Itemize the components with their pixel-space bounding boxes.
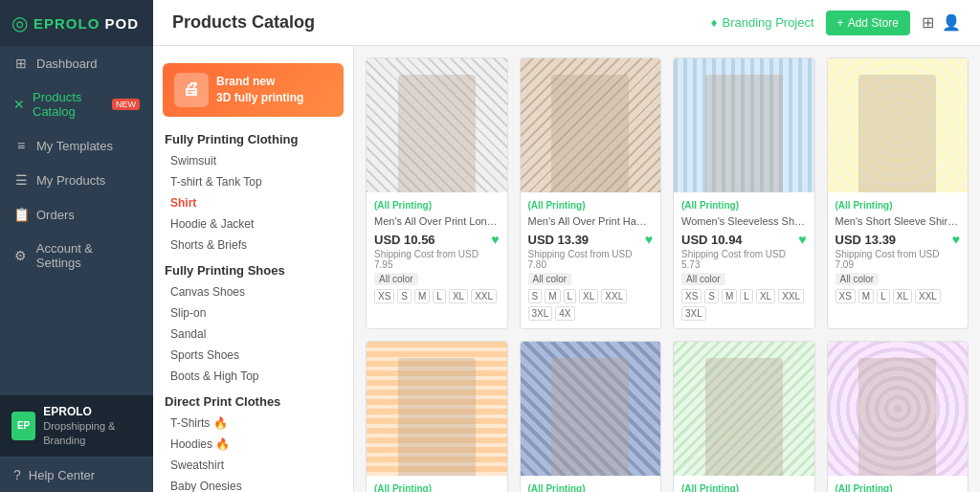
tag-all-printing: (All Printing) (681, 483, 739, 492)
product-info: (All Printing) Men's Short Sleeve Shirt … (828, 192, 969, 311)
sidebar-item-account-settings[interactable]: ⚙ Account & Settings (0, 232, 153, 280)
product-price-row: USD 13.39 ♥ (835, 232, 961, 247)
products-panel: (All Printing) Men's All Over Print Long… (354, 46, 980, 492)
size-options: XSSMLXLXXL (374, 289, 500, 303)
size-option: XXL (915, 289, 941, 303)
size-option: 3XL (681, 306, 706, 321)
product-card[interactable]: (All Printing) Men's All Over Print Shir… (520, 341, 662, 492)
category-item-hoodies[interactable]: Hoodies 🔥 (153, 434, 353, 455)
sidebar-item-products-catalog[interactable]: ✕ Products Catalog NEW (0, 80, 153, 128)
category-section-direct-print: Direct Print Clothes (153, 387, 353, 413)
category-item-tshirt-tank-top[interactable]: T-shirt & Tank Top (153, 171, 353, 192)
page-title: Products Catalog (172, 12, 700, 33)
header-icons: ⊞ 👤 (922, 13, 961, 32)
sidebar: ◎ EPROLO POD ⊞ Dashboard ✕ Products Cata… (0, 0, 153, 492)
product-tags: (All Printing) (528, 200, 654, 211)
product-image (828, 342, 969, 476)
banner-text: Brand new3D fully printing (216, 74, 303, 106)
product-card[interactable]: (All Printing) Women's All Over Print Ba… (827, 341, 969, 492)
category-item-shirt[interactable]: Shirt (153, 192, 353, 213)
sidebar-item-my-products[interactable]: ☰ My Products (0, 163, 153, 197)
main-area: Products Catalog ♦ Branding Project + Ad… (153, 0, 980, 492)
category-item-sweatshirt[interactable]: Sweatshirt (153, 455, 353, 476)
products-grid: (All Printing) Men's All Over Print Long… (366, 57, 969, 492)
category-item-tshirts[interactable]: T-Shirts 🔥 (153, 413, 353, 434)
shipping-cost: Shipping Cost from USD 7.09 (835, 249, 961, 270)
product-tags: (All Printing) (835, 200, 961, 211)
product-image (367, 342, 507, 476)
category-panel: 🖨 Brand new3D fully printing Fully Print… (153, 46, 354, 492)
product-tags: (All Printing) (528, 483, 654, 492)
size-option: XXL (471, 289, 497, 303)
sidebar-item-label: Orders (36, 208, 75, 222)
product-price: USD 13.39 (835, 233, 897, 247)
product-card[interactable]: (All Printing) Men's All Over Print Hawa… (673, 341, 815, 492)
category-item-boots-high-top[interactable]: Boots & High Top (153, 366, 353, 387)
user-icon[interactable]: 👤 (942, 13, 961, 32)
category-item-shorts-briefs[interactable]: Shorts & Briefs (153, 235, 353, 256)
product-price: USD 10.56 (374, 233, 435, 247)
settings-icon: ⚙ (13, 248, 29, 263)
product-image (521, 342, 661, 476)
product-price-row: USD 13.39 ♥ (528, 232, 654, 247)
product-card[interactable]: (All Printing) All Over Print Hawaiian S… (366, 341, 508, 492)
tag-all-printing: (All Printing) (681, 200, 739, 211)
size-option: XXL (601, 289, 627, 303)
category-item-baby-onesies[interactable]: Baby Onesies (153, 476, 353, 492)
size-option: XL (579, 289, 598, 303)
wishlist-icon[interactable]: ♥ (798, 232, 806, 247)
product-image (674, 58, 814, 192)
category-item-swimsuit[interactable]: Swimsuit (153, 150, 353, 171)
size-option: 4X (555, 306, 574, 321)
product-name: Women's Sleeveless Shirt (T69) (681, 214, 807, 228)
category-item-slip-on[interactable]: Slip-on (153, 302, 353, 324)
wishlist-icon[interactable]: ♥ (645, 232, 653, 247)
sidebar-bottom: EP EPROLO Dropshipping & Branding (0, 395, 153, 457)
branding-project[interactable]: ♦ Branding Project (711, 15, 814, 30)
wishlist-icon[interactable]: ♥ (491, 232, 499, 247)
templates-icon: ≡ (13, 138, 29, 153)
size-option: 3XL (528, 306, 553, 321)
product-card[interactable]: (All Printing) Men's All Over Print Hawa… (520, 57, 662, 329)
size-option: XS (681, 289, 702, 303)
wishlist-icon[interactable]: ♥ (952, 232, 960, 247)
sidebar-logo: ◎ EPROLO POD (0, 0, 153, 46)
logo-icon: ◎ (11, 11, 28, 34)
product-tags: (All Printing) (681, 483, 807, 492)
banner-icon: 🖨 (174, 73, 209, 107)
sidebar-item-help[interactable]: ? Help Center (0, 457, 153, 492)
size-option: S (397, 289, 412, 303)
sidebar-item-label: My Products (36, 173, 105, 188)
my-products-icon: ☰ (13, 172, 29, 188)
product-card[interactable]: (All Printing) Women's Sleeveless Shirt … (673, 57, 815, 329)
sidebar-item-my-templates[interactable]: ≡ My Templates (0, 128, 153, 163)
product-image (674, 342, 814, 476)
size-option: XL (893, 289, 912, 303)
size-options: SMLXLXXL3XL4X (528, 289, 654, 321)
category-item-sandal[interactable]: Sandal (153, 324, 353, 345)
category-item-sports-shoes[interactable]: Sports Shoes (153, 345, 353, 366)
size-option: XS (374, 289, 394, 303)
category-item-hoodie-jacket[interactable]: Hoodie & Jacket (153, 213, 353, 235)
add-store-button[interactable]: + Add Store (826, 11, 910, 35)
category-item-canvas-shoes[interactable]: Canvas Shoes (153, 281, 353, 302)
product-info: (All Printing) Men's All Over Print Shir… (521, 476, 661, 492)
sidebar-brand-text: EPROLO Dropshipping & Branding (43, 405, 142, 447)
tag-all-printing: (All Printing) (374, 483, 432, 492)
size-option: M (722, 289, 737, 303)
category-banner[interactable]: 🖨 Brand new3D fully printing (163, 63, 344, 117)
header: Products Catalog ♦ Branding Project + Ad… (153, 0, 980, 46)
product-card[interactable]: (All Printing) Men's Short Sleeve Shirt … (827, 57, 969, 329)
sidebar-brand-logo: EP (11, 412, 35, 440)
product-card[interactable]: (All Printing) Men's All Over Print Long… (366, 57, 508, 329)
help-label: Help Center (29, 468, 95, 482)
sidebar-item-dashboard[interactable]: ⊞ Dashboard (0, 46, 153, 80)
tag-all-printing: (All Printing) (374, 200, 432, 211)
product-tags: (All Printing) (374, 483, 500, 492)
product-info: (All Printing) Women's All Over Print Ba… (828, 476, 969, 492)
product-tags: (All Printing) (835, 483, 961, 492)
grid-icon[interactable]: ⊞ (922, 13, 934, 32)
sidebar-item-label: Account & Settings (36, 241, 140, 270)
sidebar-item-orders[interactable]: 📋 Orders (0, 197, 153, 232)
new-badge: NEW (112, 99, 140, 110)
